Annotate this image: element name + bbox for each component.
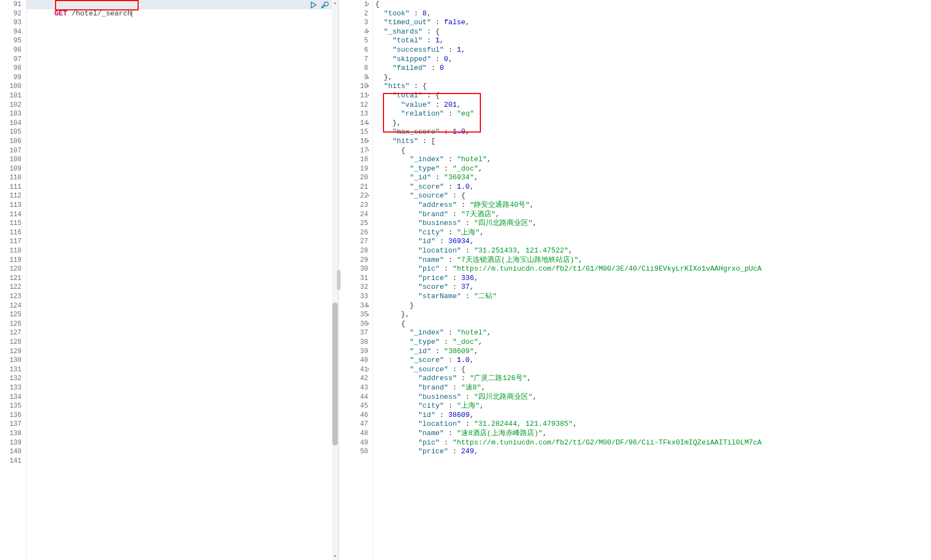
code-line[interactable]: "_type" : "_doc", xyxy=(373,338,931,347)
line-number: 97 xyxy=(0,55,21,64)
left-code-area[interactable]: GET /hotel/_search xyxy=(26,0,338,560)
fold-marker-icon[interactable]: ▾ xyxy=(367,0,370,9)
fold-marker-icon[interactable]: ▾ xyxy=(367,146,370,156)
code-line[interactable]: "score" : 37, xyxy=(373,283,931,292)
code-line[interactable]: "skipped" : 0, xyxy=(373,55,931,64)
run-icon[interactable] xyxy=(310,1,317,9)
line-number: 124 xyxy=(0,301,21,311)
scroll-up-arrow[interactable]: ▴ xyxy=(332,0,338,7)
fold-marker-icon[interactable]: ▾ xyxy=(367,191,370,201)
left-scrollbar-thumb[interactable] xyxy=(332,303,338,446)
code-line[interactable]: "brand" : "速8", xyxy=(373,383,931,393)
fold-marker-icon[interactable]: ▾ xyxy=(367,365,370,375)
token-key: "_source" xyxy=(409,365,448,374)
code-line[interactable]: "location" : "31.282444, 121.479385", xyxy=(373,420,931,429)
code-line[interactable]: "_shards" : { xyxy=(373,28,931,37)
code-line[interactable]: "total" : { xyxy=(373,91,931,101)
token-punct: , xyxy=(470,283,474,291)
code-line[interactable]: { xyxy=(373,0,931,9)
code-line[interactable]: "address" : "静安交通路40号", xyxy=(373,201,931,210)
fold-marker-icon[interactable]: ▾ xyxy=(367,137,370,146)
line-number: 44 xyxy=(339,393,368,402)
code-line[interactable]: "_source" : { xyxy=(373,365,931,375)
token-punct: , xyxy=(427,9,431,18)
line-number: 102 xyxy=(0,101,21,110)
line-number: 108 xyxy=(0,155,21,164)
fold-marker-icon[interactable]: ▾ xyxy=(367,320,370,329)
fold-marker-icon[interactable]: ▾ xyxy=(367,91,370,101)
token-number: 0 xyxy=(440,64,444,72)
code-line[interactable]: "_id" : "36934", xyxy=(373,173,931,183)
code-line[interactable]: "value" : 201, xyxy=(373,101,931,110)
code-line[interactable]: }, xyxy=(373,73,931,83)
code-line[interactable]: "hits" : [ xyxy=(373,137,931,146)
code-line[interactable]: "hits" : { xyxy=(373,82,931,91)
code-line[interactable]: "_source" : { xyxy=(373,191,931,201)
line-number: 5 xyxy=(339,36,368,46)
line-number: 16▾ xyxy=(339,137,368,146)
fold-marker-icon[interactable]: ▴ xyxy=(367,73,370,83)
code-line[interactable]: "relation" : "eq" xyxy=(373,109,931,119)
code-line[interactable]: "starName" : "二钻" xyxy=(373,292,931,301)
code-line[interactable]: { xyxy=(373,146,931,156)
wrench-icon[interactable] xyxy=(321,1,328,9)
code-line[interactable]: "total" : 1, xyxy=(373,36,931,46)
fold-marker-icon[interactable]: ▴ xyxy=(367,301,370,311)
code-line[interactable]: "max_score" : 1.0, xyxy=(373,128,931,137)
code-line[interactable]: "brand" : "7天酒店", xyxy=(373,210,931,219)
token-key: "name" xyxy=(418,256,444,264)
token-punct: , xyxy=(578,256,583,264)
code-line[interactable]: "id" : 38609, xyxy=(373,411,931,420)
right-code-area[interactable]: { "took" : 8, "timed_out" : false, "_sha… xyxy=(373,0,931,560)
code-line[interactable]: "business" : "四川北路商业区", xyxy=(373,393,931,402)
token-key: "successful" xyxy=(392,46,444,54)
code-line[interactable]: "name" : "速8酒店(上海赤峰路店)", xyxy=(373,429,931,438)
token-string: "hotel" xyxy=(457,155,487,163)
token-number: 249 xyxy=(461,447,474,455)
fold-marker-icon[interactable]: ▾ xyxy=(367,28,370,37)
code-line[interactable]: } xyxy=(373,301,931,311)
code-line[interactable]: "pic" : "https://m.tuniucdn.com/fb2/t1/G… xyxy=(373,438,931,448)
code-line[interactable]: "city" : "上海", xyxy=(373,228,931,238)
request-line[interactable]: GET /hotel/_search xyxy=(26,0,338,9)
code-line[interactable]: "price" : 336, xyxy=(373,274,931,283)
line-number: 103 xyxy=(0,109,21,119)
code-line[interactable]: "price" : 249, xyxy=(373,447,931,457)
response-viewer-panel: 1▾234▾56789▴10▾11▾121314▴1516▾17▾1819202… xyxy=(339,0,931,560)
line-number: 45 xyxy=(339,402,368,411)
code-line[interactable]: "_type" : "_doc", xyxy=(373,164,931,174)
code-line[interactable]: { xyxy=(373,320,931,329)
fold-marker-icon[interactable]: ▴ xyxy=(367,310,370,320)
code-line[interactable]: "timed_out" : false, xyxy=(373,18,931,28)
code-line[interactable]: "location" : "31.251433, 121.47522", xyxy=(373,246,931,256)
token-key: "city" xyxy=(418,402,444,410)
code-line[interactable]: "id" : 36934, xyxy=(373,237,931,246)
code-line[interactable]: "city" : "上海", xyxy=(373,402,931,411)
code-line[interactable]: "business" : "四川北路商业区", xyxy=(373,219,931,228)
code-line[interactable]: "pic" : "https://m.tuniucdn.com/fb2/t1/G… xyxy=(373,265,931,274)
code-line[interactable]: "failed" : 0 xyxy=(373,64,931,73)
token-punct: : xyxy=(461,292,474,300)
token-punct: { xyxy=(401,146,406,155)
code-line[interactable]: "name" : "7天连锁酒店(上海宝山路地铁站店)", xyxy=(373,256,931,265)
code-line[interactable]: "_score" : 1.0, xyxy=(373,183,931,192)
code-line[interactable]: "_index" : "hotel", xyxy=(373,328,931,338)
code-line[interactable]: "successful" : 1, xyxy=(373,46,931,55)
token-punct: : xyxy=(448,283,461,291)
code-line[interactable]: "_index" : "hotel", xyxy=(373,155,931,164)
code-line[interactable]: }, xyxy=(373,310,931,320)
code-line[interactable]: "_id" : "38609", xyxy=(373,347,931,356)
token-punct: , xyxy=(530,201,534,209)
code-line[interactable]: }, xyxy=(373,119,931,128)
code-line[interactable]: "took" : 8, xyxy=(373,9,931,19)
code-line[interactable]: "_score" : 1.0, xyxy=(373,356,931,365)
token-key: "total" xyxy=(392,91,423,100)
code-line[interactable]: "address" : "广灵二路126号", xyxy=(373,374,931,383)
http-method: GET xyxy=(54,9,67,18)
scroll-down-arrow[interactable]: ▾ xyxy=(332,553,338,560)
line-number: 93 xyxy=(0,18,21,28)
fold-marker-icon[interactable]: ▴ xyxy=(367,119,370,128)
line-number: 125 xyxy=(0,310,21,320)
line-number: 6 xyxy=(339,46,368,55)
fold-marker-icon[interactable]: ▾ xyxy=(367,82,370,91)
